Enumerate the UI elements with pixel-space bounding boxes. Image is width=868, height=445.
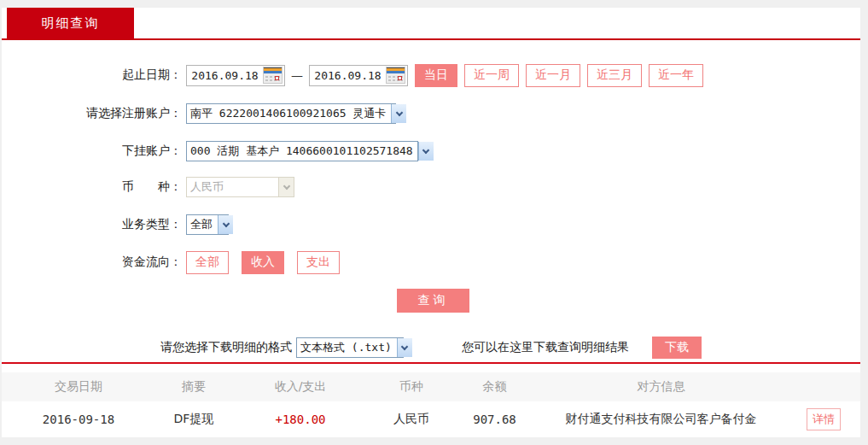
table-row: 2016-09-18 DF提现 +180.00 人民币 907.68 财付通支付… <box>2 401 860 437</box>
content-panel: 明细查询 起止日期： 2016.09.18 — 2016.09.18 <box>2 8 860 437</box>
register-account-select[interactable]: 南平 6222001406100921065 灵通卡 <box>186 103 396 124</box>
cell-currency: 人民币 <box>369 412 454 427</box>
chevron-down-icon <box>391 104 406 123</box>
header-income-expense: 收入/支出 <box>232 379 369 395</box>
download-format-label: 请您选择下载明细的格式 <box>160 340 292 355</box>
cell-transaction-date: 2016-09-18 <box>2 413 155 426</box>
header-currency: 币种 <box>369 379 454 395</box>
register-account-row: 请选择注册账户： 南平 6222001406100921065 灵通卡 <box>2 102 396 126</box>
download-row: 请您选择下载明细的格式 文本格式 (.txt) 您可以在这里下载查询明细结果 下… <box>160 337 702 359</box>
query-button[interactable]: 查询 <box>397 289 469 313</box>
business-type-value: 全部 <box>187 217 218 232</box>
chevron-down-icon <box>418 142 434 161</box>
business-type-row: 业务类型： 全部 <box>2 213 229 237</box>
detail-button[interactable]: 详情 <box>807 408 841 430</box>
fund-flow-row: 资金流向： 全部 收入 支出 <box>2 250 352 274</box>
business-type-select[interactable]: 全部 <box>186 214 229 235</box>
header-transaction-date: 交易日期 <box>2 379 155 395</box>
fund-flow-income-button[interactable]: 收入 <box>242 251 284 274</box>
register-account-label: 请选择注册账户： <box>2 106 182 121</box>
header-counterparty: 对方信息 <box>535 379 787 395</box>
date-range-row: 起止日期： 2016.09.18 — 2016.09.18 当日 <box>2 63 703 87</box>
register-account-value: 南平 6222001406100921065 灵通卡 <box>187 106 391 121</box>
quick-range-year-button[interactable]: 近一年 <box>649 64 703 87</box>
transactions-table: 交易日期 摘要 收入/支出 币种 余额 对方信息 2016-09-18 DF提现… <box>2 372 860 437</box>
download-button[interactable]: 下载 <box>652 337 702 359</box>
cell-balance: 907.68 <box>454 413 535 426</box>
calendar-icon[interactable] <box>263 67 283 84</box>
fund-flow-expense-button[interactable]: 支出 <box>297 251 340 274</box>
download-format-value: 文本格式 (.txt) <box>297 340 397 355</box>
header-balance: 余额 <box>454 379 535 395</box>
quick-range-today-button[interactable]: 当日 <box>415 64 457 87</box>
date-range-separator: — <box>291 68 303 82</box>
chevron-down-icon <box>218 215 233 234</box>
sub-account-select[interactable]: 000 活期 基本户 1406600101102571848 <box>186 141 418 161</box>
fund-flow-label: 资金流向： <box>2 255 182 270</box>
chevron-down-icon <box>278 178 294 196</box>
cell-summary: DF提现 <box>155 412 232 427</box>
table-header-row: 交易日期 摘要 收入/支出 币种 余额 对方信息 <box>2 372 860 401</box>
red-divider <box>2 362 860 364</box>
tab-detail-query[interactable]: 明细查询 <box>7 8 134 38</box>
cell-counterparty: 财付通支付科技有限公司客户备付金 <box>535 412 787 427</box>
business-type-label: 业务类型： <box>2 217 182 232</box>
download-format-select[interactable]: 文本格式 (.txt) <box>296 337 404 358</box>
sub-account-value: 000 活期 基本户 1406600101102571848 <box>187 143 418 159</box>
quick-range-week-button[interactable]: 近一周 <box>464 64 519 87</box>
sub-account-label: 下挂账户： <box>2 143 182 159</box>
download-hint-text: 您可以在这里下载查询明细结果 <box>462 340 629 355</box>
chevron-down-icon <box>397 338 412 357</box>
cell-amount: +180.00 <box>232 413 369 426</box>
tab-underline-divider <box>2 38 860 40</box>
currency-select: 人民币 <box>186 177 294 197</box>
date-range-label: 起止日期： <box>2 67 182 83</box>
tab-label: 明细查询 <box>42 15 100 32</box>
start-date-input[interactable]: 2016.09.18 <box>186 65 285 86</box>
start-date-value: 2016.09.18 <box>187 69 263 82</box>
fund-flow-all-button[interactable]: 全部 <box>186 251 229 274</box>
currency-label: 币 种： <box>2 179 182 195</box>
currency-row: 币 种： 人民币 <box>2 175 294 199</box>
detail-query-page: { "tab": { "label": "明细查询" }, "form": { … <box>0 0 868 445</box>
cell-detail: 详情 <box>787 408 860 430</box>
calendar-icon[interactable] <box>386 67 405 84</box>
end-date-input[interactable]: 2016.09.18 <box>309 65 408 86</box>
quick-range-3months-button[interactable]: 近三月 <box>587 64 642 87</box>
quick-range-month-button[interactable]: 近一月 <box>526 64 580 87</box>
end-date-value: 2016.09.18 <box>310 69 386 82</box>
currency-value: 人民币 <box>187 179 229 195</box>
header-summary: 摘要 <box>155 379 232 395</box>
sub-account-row: 下挂账户： 000 活期 基本户 1406600101102571848 <box>2 139 418 163</box>
